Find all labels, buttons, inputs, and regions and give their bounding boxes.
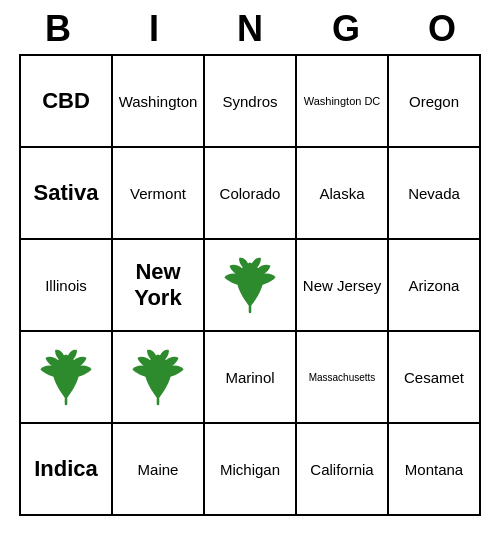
cell-4-0: Indica <box>21 424 113 516</box>
bingo-letter: G <box>302 8 390 50</box>
cell-2-2 <box>205 240 297 332</box>
bingo-header: BINGO <box>10 0 490 54</box>
cell-text-0-0: CBD <box>42 88 90 114</box>
cell-2-4: Arizona <box>389 240 481 332</box>
cell-text-4-1: Maine <box>138 461 179 478</box>
cell-text-4-3: California <box>310 461 373 478</box>
cell-1-1: Vermont <box>113 148 205 240</box>
cell-4-2: Michigan <box>205 424 297 516</box>
cell-text-1-1: Vermont <box>130 185 186 202</box>
cell-text-0-3: Washington DC <box>304 95 381 107</box>
svg-rect-2 <box>157 397 160 405</box>
cell-0-3: Washington DC <box>297 56 389 148</box>
cell-text-1-3: Alaska <box>319 185 364 202</box>
cell-1-2: Colorado <box>205 148 297 240</box>
cell-text-2-4: Arizona <box>409 277 460 294</box>
cell-4-4: Montana <box>389 424 481 516</box>
bingo-grid: CBDWashingtonSyndrosWashington DCOregonS… <box>19 54 481 516</box>
cell-text-1-2: Colorado <box>220 185 281 202</box>
cell-text-3-4: Cesamet <box>404 369 464 386</box>
cell-text-0-2: Syndros <box>222 93 277 110</box>
cell-text-0-1: Washington <box>119 93 198 110</box>
cell-1-0: Sativa <box>21 148 113 240</box>
cell-text-1-0: Sativa <box>34 180 99 206</box>
cell-2-0: Illinois <box>21 240 113 332</box>
cell-text-4-4: Montana <box>405 461 463 478</box>
bingo-letter: I <box>110 8 198 50</box>
cell-2-1: New York <box>113 240 205 332</box>
cell-text-0-4: Oregon <box>409 93 459 110</box>
cell-4-1: Maine <box>113 424 205 516</box>
cell-text-3-3: Massachusetts <box>309 372 376 383</box>
bingo-letter: N <box>206 8 294 50</box>
cell-3-2: Marinol <box>205 332 297 424</box>
cell-text-3-2: Marinol <box>225 369 274 386</box>
cell-0-4: Oregon <box>389 56 481 148</box>
svg-rect-0 <box>249 305 252 313</box>
cell-0-0: CBD <box>21 56 113 148</box>
cell-1-3: Alaska <box>297 148 389 240</box>
cell-text-2-0: Illinois <box>45 277 87 294</box>
cell-text-2-1: New York <box>117 259 199 311</box>
cell-text-4-2: Michigan <box>220 461 280 478</box>
cell-text-4-0: Indica <box>34 456 98 482</box>
bingo-letter: O <box>398 8 486 50</box>
cell-2-3: New Jersey <box>297 240 389 332</box>
bingo-letter: B <box>14 8 102 50</box>
cell-3-4: Cesamet <box>389 332 481 424</box>
cell-4-3: California <box>297 424 389 516</box>
svg-rect-1 <box>65 397 68 405</box>
cell-3-1 <box>113 332 205 424</box>
cell-text-1-4: Nevada <box>408 185 460 202</box>
cell-0-1: Washington <box>113 56 205 148</box>
cell-1-4: Nevada <box>389 148 481 240</box>
cell-text-2-3: New Jersey <box>303 277 381 294</box>
cell-0-2: Syndros <box>205 56 297 148</box>
cell-3-3: Massachusetts <box>297 332 389 424</box>
cell-3-0 <box>21 332 113 424</box>
